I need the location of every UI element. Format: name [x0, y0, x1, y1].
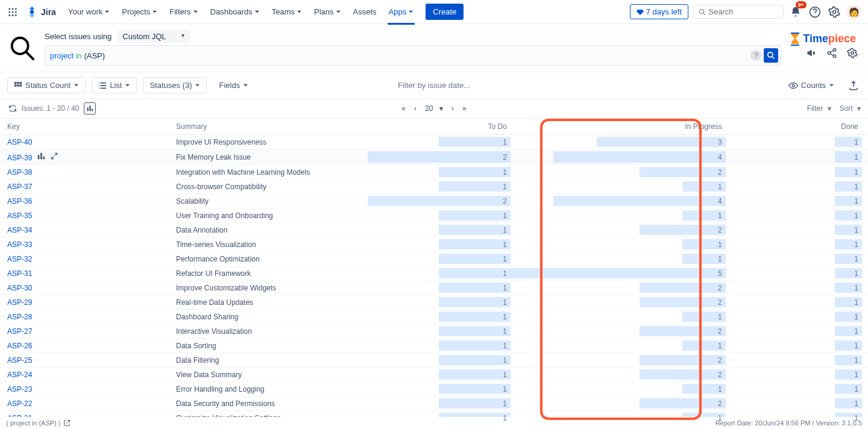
list-dropdown[interactable]: List	[92, 77, 137, 93]
col-done[interactable]: Done	[732, 119, 868, 135]
counts-dropdown[interactable]: Counts	[782, 78, 840, 93]
issue-key[interactable]: ASP-31	[0, 266, 169, 281]
table-row[interactable]: ASP-23Error Handling and Logging111	[0, 382, 868, 396]
chart-toggle[interactable]	[84, 102, 96, 114]
refresh-icon	[8, 104, 17, 113]
table-row[interactable]: ASP-32Performance Optimization111	[0, 252, 868, 266]
nav-dashboards[interactable]: Dashboards	[206, 5, 265, 19]
inprogress-cell: 1	[517, 310, 732, 324]
jql-help-icon[interactable]: ?	[750, 50, 761, 61]
issue-key[interactable]: ASP-22	[0, 396, 169, 411]
table-row[interactable]: ASP-35User Training and Onboarding111	[0, 208, 868, 223]
col-inprogress[interactable]: In Progress	[517, 119, 732, 135]
create-button[interactable]: Create	[426, 4, 464, 20]
trial-days-left[interactable]: 7 days left	[630, 4, 688, 19]
notifications-button[interactable]: 9+	[788, 5, 803, 19]
table-row[interactable]: ASP-36Scalability241	[0, 194, 868, 208]
app-settings-button[interactable]	[845, 46, 860, 60]
issue-summary: Fix Memory Leak Issue	[169, 149, 374, 165]
table-row[interactable]: ASP-39Fix Memory Leak Issue241	[0, 149, 868, 165]
expand-icon[interactable]	[50, 152, 58, 160]
page-last[interactable]: »	[462, 104, 467, 113]
col-todo[interactable]: To Do	[374, 119, 517, 135]
sort-dropdown[interactable]: Sort ▾	[840, 104, 861, 113]
page-first[interactable]: «	[401, 104, 406, 113]
table-row[interactable]: ASP-26Data Sorting111	[0, 339, 868, 353]
fields-dropdown[interactable]: Fields	[213, 78, 254, 93]
gear-icon	[847, 48, 858, 58]
table-row[interactable]: ASP-24View Data Summary121	[0, 368, 868, 382]
page-next[interactable]: ›	[451, 104, 454, 113]
jira-logo[interactable]: Jira	[25, 5, 56, 19]
filter-dropdown[interactable]: Filter ▾	[807, 104, 831, 113]
nav-assets[interactable]: Assets	[348, 5, 382, 19]
nav-apps[interactable]: Apps	[384, 5, 419, 19]
issue-key[interactable]: ASP-26	[0, 339, 169, 353]
table-row[interactable]: ASP-40Improve UI Responsiveness131	[0, 135, 868, 149]
app-switcher-icon[interactable]	[7, 7, 18, 17]
done-cell: 1	[732, 208, 868, 223]
issue-summary: Improve Customizable Widgets	[169, 281, 374, 295]
svg-point-8	[15, 14, 17, 16]
inprogress-cell: 2	[517, 368, 732, 382]
issue-key[interactable]: ASP-34	[0, 223, 169, 237]
issue-key[interactable]: ASP-24	[0, 368, 169, 382]
jql-input[interactable]: project in (ASP) ?	[45, 45, 781, 66]
search-input[interactable]	[708, 7, 778, 16]
issue-key[interactable]: ASP-33	[0, 237, 169, 252]
avatar[interactable]: 🧑	[846, 5, 861, 19]
page-size-selector[interactable]: 20 ▾	[425, 104, 443, 113]
nav-projects[interactable]: Projects	[117, 5, 162, 19]
feedback-button[interactable]	[804, 46, 819, 60]
table-row[interactable]: ASP-22Data Security and Permissions121	[0, 396, 868, 411]
page-prev[interactable]: ‹	[414, 104, 417, 113]
issue-key[interactable]: ASP-37	[0, 180, 169, 194]
nav-your-work[interactable]: Your work	[63, 5, 115, 19]
table-row[interactable]: ASP-28Dashboard Sharing111	[0, 310, 868, 324]
export-button[interactable]	[846, 78, 861, 93]
gear-icon	[828, 6, 840, 18]
status-count-dropdown[interactable]: Status Count	[7, 77, 86, 93]
issue-key[interactable]: ASP-25	[0, 353, 169, 368]
nav-filters[interactable]: Filters	[165, 5, 203, 19]
table-row[interactable]: ASP-27Interactive Visualization121	[0, 324, 868, 339]
barchart-icon[interactable]	[37, 152, 45, 160]
share-button[interactable]	[825, 46, 839, 60]
table-row[interactable]: ASP-30Improve Customizable Widgets121	[0, 281, 868, 295]
inprogress-cell: 1	[517, 237, 732, 252]
col-summary[interactable]: Summary	[169, 119, 374, 135]
issue-key[interactable]: ASP-36	[0, 194, 169, 208]
table-row[interactable]: ASP-25Data Filtering121	[0, 353, 868, 368]
table-row[interactable]: ASP-31Refactor UI Framework151	[0, 266, 868, 281]
settings-button[interactable]	[827, 5, 841, 19]
refresh-button[interactable]	[7, 103, 18, 114]
issue-key[interactable]: ASP-40	[0, 135, 169, 149]
table-row[interactable]: ASP-37Cross-browser Compatibility111	[0, 180, 868, 194]
nav-plans[interactable]: Plans	[309, 5, 346, 19]
global-search[interactable]	[693, 5, 784, 19]
issue-key[interactable]: ASP-35	[0, 208, 169, 223]
table-row[interactable]: ASP-38Integration with Machine Learning …	[0, 165, 868, 180]
table-row[interactable]: ASP-33Time-series Visualization111	[0, 237, 868, 252]
jql-mode-selector[interactable]: Custom JQL	[118, 30, 190, 43]
inprogress-cell: 2	[517, 281, 732, 295]
table-row[interactable]: ASP-34Data Annotation121	[0, 223, 868, 237]
issue-key[interactable]: ASP-39	[0, 149, 169, 165]
issue-key[interactable]: ASP-23	[0, 382, 169, 396]
issue-table-wrap[interactable]: Key Summary To Do In Progress Done ASP-4…	[0, 119, 868, 424]
jql-run-button[interactable]	[764, 48, 778, 63]
nav-teams[interactable]: Teams	[267, 5, 307, 19]
issue-key[interactable]: ASP-30	[0, 281, 169, 295]
issue-key[interactable]: ASP-27	[0, 324, 169, 339]
help-button[interactable]	[808, 5, 822, 19]
table-row[interactable]: ASP-29Real-time Data Updates121	[0, 295, 868, 310]
issue-key[interactable]: ASP-29	[0, 295, 169, 310]
issue-key[interactable]: ASP-32	[0, 252, 169, 266]
issue-key[interactable]: ASP-38	[0, 165, 169, 180]
issue-key[interactable]: ASP-28	[0, 310, 169, 324]
open-external-icon[interactable]	[63, 419, 71, 424]
statuses-dropdown[interactable]: Statuses (3)	[143, 77, 207, 93]
filter-date-input[interactable]: Filter by issue date...	[398, 81, 470, 90]
top-nav: Jira Your work Projects Filters Dashboar…	[0, 0, 868, 24]
col-key[interactable]: Key	[0, 119, 169, 135]
